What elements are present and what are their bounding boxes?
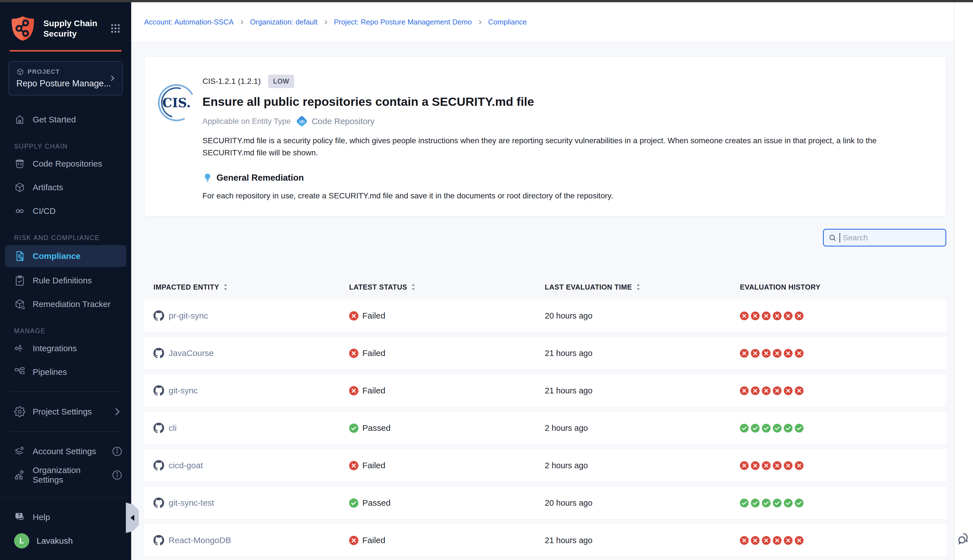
sidebar-item-label: Code Repositories <box>33 159 102 168</box>
column-header-latest-status[interactable]: LATEST STATUS <box>349 283 545 291</box>
sidebar-item-compliance[interactable]: Compliance <box>5 245 126 267</box>
table-row[interactable]: JavaCourseFailed21 hours ago <box>144 337 946 370</box>
feedback-chat-icon[interactable] <box>957 531 971 545</box>
github-icon <box>154 348 164 358</box>
x-circle-icon <box>751 312 759 320</box>
entity-type-label: Applicable on Entity Type <box>202 117 291 126</box>
last-evaluation-time: 21 hours ago <box>545 349 740 358</box>
info-icon[interactable] <box>112 446 123 457</box>
status-label: Passed <box>362 423 391 433</box>
rule-title: Ensure all public repositories contain a… <box>202 95 926 108</box>
svg-text:?: ? <box>18 513 20 518</box>
check-circle-icon <box>784 424 793 433</box>
github-icon <box>154 535 164 546</box>
entity-link[interactable]: git-sync-test <box>169 498 214 508</box>
sidebar-item-label: Rule Definitions <box>33 276 92 285</box>
text-cursor <box>839 233 840 243</box>
evaluation-history <box>740 312 941 320</box>
rule-description: SECURITY.md file is a security policy fi… <box>202 135 926 159</box>
sidebar-item-label: CI/CD <box>33 206 56 216</box>
home-icon <box>14 114 25 125</box>
entity-link[interactable]: git-sync <box>169 386 198 395</box>
x-circle-icon <box>784 387 793 395</box>
x-circle-icon <box>740 461 749 470</box>
sidebar-item-pipelines[interactable]: Pipelines <box>0 360 131 384</box>
entity-type-chip: </> Code Repository <box>296 117 374 126</box>
avatar: L <box>14 533 29 548</box>
x-circle-icon <box>751 461 759 470</box>
sidebar-item-get-started[interactable]: Get Started <box>0 108 131 132</box>
table-row[interactable]: git-sync-testPassed20 hours ago <box>144 487 946 519</box>
sidebar-item-cicd[interactable]: CI/CD <box>0 199 131 223</box>
breadcrumb-compliance[interactable]: Compliance <box>488 18 527 27</box>
column-header-last-evaluation-time[interactable]: LAST EVALUATION TIME <box>545 283 740 291</box>
status-label: Failed <box>362 386 386 395</box>
sidebar-item-integrations[interactable]: Integrations <box>0 337 131 360</box>
x-circle-icon <box>751 387 759 395</box>
lightbulb-icon <box>202 173 212 183</box>
table-row[interactable]: git-syncFailed21 hours ago <box>144 374 946 407</box>
sidebar-item-organization-settings[interactable]: Organization Settings <box>0 463 131 487</box>
evaluation-history <box>740 461 941 470</box>
sidebar-item-remediation-tracker[interactable]: Remediation Tracker <box>0 292 131 316</box>
check-circle-icon <box>773 424 781 433</box>
sidebar-item-label: Compliance <box>33 251 80 261</box>
check-circle-icon <box>740 424 749 433</box>
last-evaluation-time: 21 hours ago <box>545 536 740 545</box>
entity-link[interactable]: pr-git-sync <box>169 311 208 320</box>
breadcrumb-organization[interactable]: Organization: default <box>250 18 317 27</box>
sidebar-item-rule-definitions[interactable]: Rule Definitions <box>0 269 131 292</box>
x-circle-icon <box>762 349 771 358</box>
table-row[interactable]: cicd-goatFailed2 hours ago <box>144 449 946 482</box>
main-area: Account: Automation-SSCA Organization: d… <box>131 2 954 560</box>
table-row[interactable]: cliPassed2 hours ago <box>144 412 946 444</box>
box-wrench-icon <box>14 298 25 310</box>
entity-link[interactable]: cli <box>169 423 177 433</box>
breadcrumb-project[interactable]: Project: Repo Posture Management Demo <box>334 18 472 27</box>
info-icon[interactable] <box>112 469 123 481</box>
integrations-icon <box>14 343 25 354</box>
table-row[interactable]: React-MongoDBFailed21 hours ago <box>144 524 946 557</box>
sidebar-item-project-settings[interactable]: Project Settings <box>0 400 131 423</box>
infinity-icon <box>14 205 25 217</box>
entity-link[interactable]: React-MongoDB <box>169 535 231 545</box>
breadcrumb-account[interactable]: Account: Automation-SSCA <box>144 18 234 27</box>
layers-gear-icon <box>14 446 25 457</box>
search-input[interactable] <box>843 233 941 242</box>
last-evaluation-time: 20 hours ago <box>545 311 740 320</box>
x-circle-icon <box>349 349 359 358</box>
x-circle-icon <box>773 461 781 470</box>
sidebar-item-label: Project Settings <box>33 407 92 417</box>
sidebar-item-artifacts[interactable]: Artifacts <box>0 176 131 199</box>
user-menu[interactable]: L Lavakush <box>0 529 131 553</box>
apps-grid-icon[interactable] <box>110 23 121 34</box>
entity-link[interactable]: JavaCourse <box>169 348 214 358</box>
sidebar-item-account-settings[interactable]: Account Settings <box>0 440 131 463</box>
sidebar-item-help[interactable]: ? Help <box>0 505 131 529</box>
x-circle-icon <box>784 312 793 320</box>
evaluation-history <box>740 387 941 395</box>
compliance-doc-search-icon <box>14 250 25 262</box>
right-gutter <box>954 2 973 560</box>
x-circle-icon <box>349 536 359 545</box>
x-circle-icon <box>795 461 803 470</box>
evaluation-history <box>740 536 941 545</box>
clipboard-check-icon <box>14 275 25 286</box>
x-circle-icon <box>773 312 781 320</box>
table-row[interactable]: pr-git-syncFailed20 hours ago <box>144 299 946 332</box>
column-header-impacted-entity[interactable]: IMPACTED ENTITY <box>154 283 349 291</box>
sidebar-item-code-repositories[interactable]: Code Repositories <box>0 152 131 176</box>
sidebar-item-label: Account Settings <box>33 447 96 456</box>
code-repository-icon <box>14 158 25 169</box>
check-circle-icon <box>795 498 803 507</box>
project-selector[interactable]: PROJECT Repo Posture Manage... <box>8 61 123 95</box>
sidebar-item-label: Organization Settings <box>33 465 104 485</box>
nav-section-risk-and-compliance: RISK AND COMPLIANCE <box>14 234 131 242</box>
status-label: Failed <box>362 348 386 358</box>
org-gear-icon <box>14 469 25 481</box>
entity-link[interactable]: cicd-goat <box>169 461 203 470</box>
check-circle-icon <box>349 498 359 508</box>
check-circle-icon <box>762 498 771 507</box>
check-circle-icon <box>773 498 781 507</box>
x-circle-icon <box>349 461 359 470</box>
